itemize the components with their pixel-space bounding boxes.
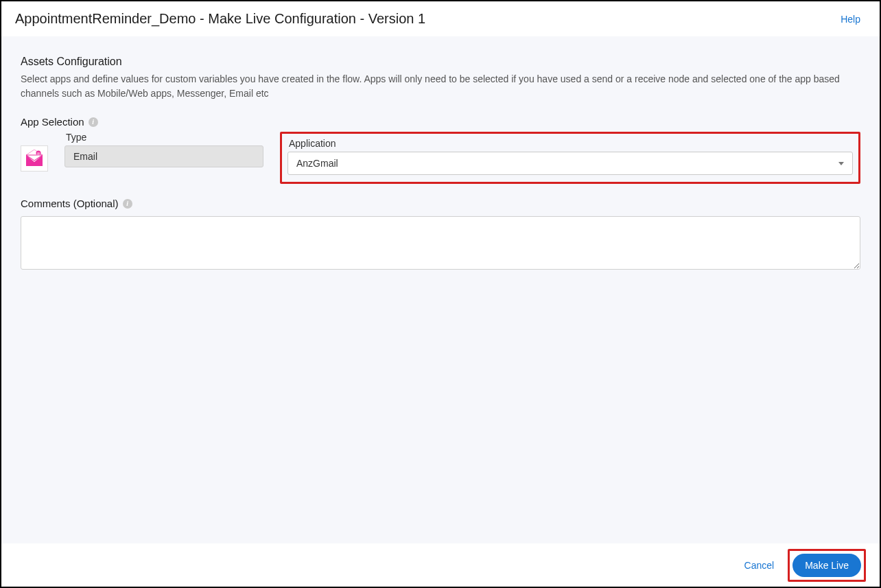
make-live-button[interactable]: Make Live (792, 554, 861, 577)
app-selection-header: App Selection i (21, 116, 860, 128)
type-label: Type (64, 132, 263, 143)
app-selection-row: @ Type Email Application AnzGmail (21, 132, 860, 184)
application-selected-value: AnzGmail (296, 158, 338, 169)
application-label: Application (287, 138, 853, 149)
comments-header: Comments (Optional) i (21, 198, 860, 209)
application-field-highlight: Application AnzGmail (280, 132, 860, 184)
comments-textarea[interactable] (21, 216, 860, 270)
help-link[interactable]: Help (841, 14, 860, 25)
type-input: Email (64, 145, 263, 167)
make-live-highlight: Make Live (788, 549, 866, 582)
assets-config-title: Assets Configuration (21, 56, 860, 68)
cancel-button[interactable]: Cancel (740, 554, 779, 576)
footer: Cancel Make Live (1, 544, 880, 587)
assets-config-description: Select apps and define values for custom… (21, 72, 860, 101)
info-icon[interactable]: i (123, 199, 132, 209)
email-icon: @ (25, 150, 44, 167)
svg-text:@: @ (36, 152, 40, 156)
app-selection-label: App Selection (21, 116, 84, 128)
info-icon[interactable]: i (89, 117, 98, 127)
application-select[interactable]: AnzGmail (287, 152, 853, 175)
email-channel-icon: @ (21, 145, 48, 172)
type-field: Type Email (64, 132, 263, 167)
main-content: Assets Configuration Select apps and def… (1, 36, 880, 543)
chevron-down-icon (838, 162, 844, 165)
comments-label: Comments (Optional) (21, 198, 119, 209)
page-title: AppointmentReminder_Demo - Make Live Con… (15, 11, 425, 27)
page-header: AppointmentReminder_Demo - Make Live Con… (1, 1, 880, 36)
